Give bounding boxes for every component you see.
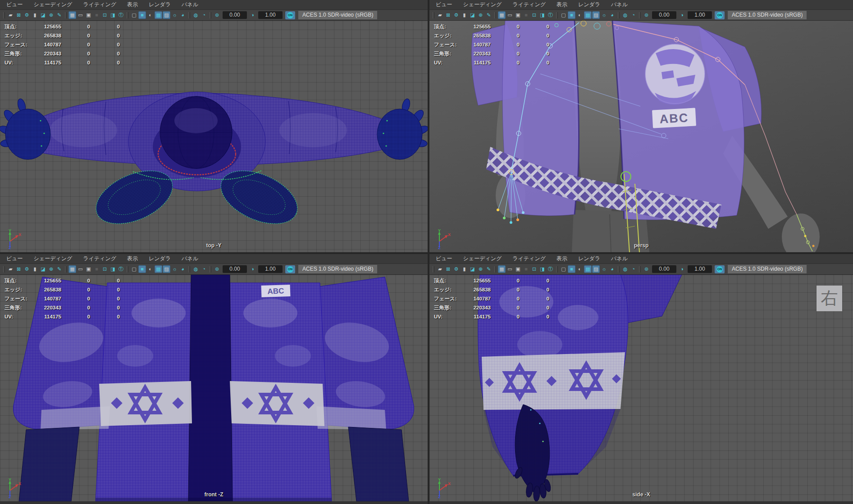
gamma-field[interactable]: 1.00 — [688, 11, 712, 19]
gamma-icon[interactable]: ◑ — [678, 11, 686, 19]
grease-pencil-icon[interactable]: ✎ — [485, 11, 493, 19]
film-gate-icon[interactable]: ▭ — [77, 265, 84, 273]
gate-mask-icon[interactable]: ■ — [93, 265, 100, 273]
wireframe-on-shaded-icon[interactable]: ▩ — [155, 11, 162, 19]
grease-pencil-icon[interactable]: ✎ — [55, 11, 63, 19]
smooth-shade-icon[interactable]: ■ — [138, 11, 146, 19]
view-transform-toggle[interactable]: ON — [285, 265, 295, 273]
ambient-occlusion-icon[interactable]: ◍ — [192, 11, 200, 19]
motion-blur-icon[interactable]: ◔ — [629, 11, 637, 19]
grid-icon[interactable]: ▦ — [498, 11, 506, 19]
wireframe-on-shaded-icon[interactable]: ▩ — [155, 265, 162, 273]
film-gate-icon[interactable]: ▭ — [506, 11, 514, 19]
viewport-front[interactable]: ABC 頂点:12565500 エッジ:26583800 フェース:140787… — [0, 275, 428, 501]
field-chart-icon[interactable]: ⊡ — [101, 265, 109, 273]
film-gate-icon[interactable]: ▭ — [506, 265, 514, 273]
menu-view[interactable]: ビュー — [6, 1, 23, 9]
lighting-icon[interactable]: ☼ — [600, 265, 608, 273]
bookmark-icon[interactable]: ▮ — [31, 11, 39, 19]
bookmark-icon[interactable]: ▮ — [31, 265, 39, 273]
safe-action-icon[interactable]: ◨ — [109, 265, 117, 273]
exposure-icon[interactable]: ⊚ — [213, 265, 221, 273]
grid-icon[interactable]: ▦ — [68, 11, 76, 19]
field-chart-icon[interactable]: ⊡ — [101, 11, 109, 19]
bookmark-icon[interactable]: ▮ — [461, 11, 468, 19]
gate-mask-icon[interactable]: ■ — [522, 11, 530, 19]
ambient-occlusion-icon[interactable]: ◍ — [621, 11, 629, 19]
use-default-material-icon[interactable]: ▨ — [592, 265, 600, 273]
textured-icon[interactable]: ◐ — [576, 265, 584, 273]
view-transform-toggle[interactable]: ON — [715, 11, 725, 19]
safe-title-icon[interactable]: Ⓣ — [117, 11, 125, 19]
colorspace-label[interactable]: ACES 1.0 SDR-video (sRGB) — [298, 265, 377, 273]
image-plane-icon[interactable]: ◪ — [39, 11, 47, 19]
image-plane-icon[interactable]: ◪ — [469, 11, 476, 19]
camera-icon[interactable]: ▰ — [7, 265, 14, 273]
menu-view[interactable]: ビュー — [436, 255, 452, 263]
camera-attributes-icon[interactable]: ⚙ — [452, 11, 460, 19]
lighting-icon[interactable]: ☼ — [171, 265, 178, 273]
menu-panels[interactable]: パネル — [182, 1, 198, 9]
lighting-icon[interactable]: ☼ — [600, 11, 608, 19]
menu-renderer[interactable]: レンダラ — [149, 1, 171, 9]
shadows-icon[interactable]: ◕ — [608, 265, 616, 273]
gamma-field[interactable]: 1.00 — [258, 11, 283, 19]
textured-icon[interactable]: ◐ — [146, 265, 154, 273]
smooth-shade-icon[interactable]: ■ — [568, 265, 575, 273]
wireframe-on-shaded-icon[interactable]: ▩ — [584, 265, 592, 273]
exposure-field[interactable]: 0.00 — [652, 265, 676, 273]
menu-lighting[interactable]: ライティング — [512, 255, 546, 263]
camera-attributes-icon[interactable]: ⚙ — [452, 265, 460, 273]
safe-title-icon[interactable]: Ⓣ — [117, 265, 125, 273]
exposure-icon[interactable]: ⊚ — [643, 265, 650, 273]
viewport-top[interactable]: 頂点:12565500 エッジ:26583800 フェース:14078700 三… — [0, 21, 428, 252]
exposure-field[interactable]: 0.00 — [223, 11, 247, 19]
menu-shading[interactable]: シェーディング — [34, 1, 73, 9]
menu-panels[interactable]: パネル — [182, 255, 198, 263]
wireframe-icon[interactable]: ▢ — [560, 265, 567, 273]
shadows-icon[interactable]: ◕ — [179, 11, 187, 19]
image-plane-icon[interactable]: ◪ — [469, 265, 476, 273]
lock-camera-icon[interactable]: ⊠ — [444, 11, 452, 19]
lock-camera-icon[interactable]: ⊠ — [15, 265, 23, 273]
menu-panels[interactable]: パネル — [611, 1, 628, 9]
shadows-icon[interactable]: ◕ — [179, 265, 187, 273]
gamma-icon[interactable]: ◑ — [678, 265, 686, 273]
lighting-icon[interactable]: ☼ — [171, 11, 178, 19]
camera-icon[interactable]: ▰ — [7, 11, 14, 19]
shadows-icon[interactable]: ◕ — [608, 11, 616, 19]
exposure-field[interactable]: 0.00 — [652, 11, 676, 19]
camera-icon[interactable]: ▰ — [436, 265, 444, 273]
motion-blur-icon[interactable]: ◔ — [200, 265, 208, 273]
gamma-icon[interactable]: ◑ — [249, 265, 256, 273]
menu-show[interactable]: 表示 — [127, 255, 138, 263]
grid-icon[interactable]: ▦ — [68, 265, 76, 273]
menu-renderer[interactable]: レンダラ — [578, 1, 600, 9]
menu-show[interactable]: 表示 — [557, 1, 567, 9]
use-default-material-icon[interactable]: ▨ — [592, 11, 600, 19]
menu-shading[interactable]: シェーディング — [34, 255, 73, 263]
viewport-side[interactable]: 頂点:12565500 エッジ:26583800 フェース:14078700 三… — [429, 275, 853, 501]
camera-icon[interactable]: ▰ — [436, 11, 444, 19]
menu-view[interactable]: ビュー — [436, 1, 452, 9]
camera-attributes-icon[interactable]: ⚙ — [23, 11, 31, 19]
smooth-shade-icon[interactable]: ■ — [568, 11, 575, 19]
safe-title-icon[interactable]: Ⓣ — [547, 265, 554, 273]
grease-pencil-icon[interactable]: ✎ — [485, 265, 493, 273]
gamma-icon[interactable]: ◑ — [249, 11, 256, 19]
colorspace-label[interactable]: ACES 1.0 SDR-video (sRGB) — [298, 11, 377, 19]
view-transform-toggle[interactable]: ON — [285, 11, 295, 19]
resolution-gate-icon[interactable]: ▣ — [85, 11, 92, 19]
resolution-gate-icon[interactable]: ▣ — [514, 11, 522, 19]
menu-show[interactable]: 表示 — [127, 1, 138, 9]
textured-icon[interactable]: ◐ — [146, 11, 154, 19]
wireframe-icon[interactable]: ▢ — [560, 11, 567, 19]
menu-renderer[interactable]: レンダラ — [149, 255, 171, 263]
lock-camera-icon[interactable]: ⊠ — [444, 265, 452, 273]
safe-action-icon[interactable]: ◨ — [538, 265, 546, 273]
menu-lighting[interactable]: ライティング — [83, 1, 116, 9]
exposure-icon[interactable]: ⊚ — [213, 11, 221, 19]
menu-shading[interactable]: シェーディング — [463, 1, 502, 9]
safe-title-icon[interactable]: Ⓣ — [547, 11, 554, 19]
use-default-material-icon[interactable]: ▨ — [163, 265, 170, 273]
